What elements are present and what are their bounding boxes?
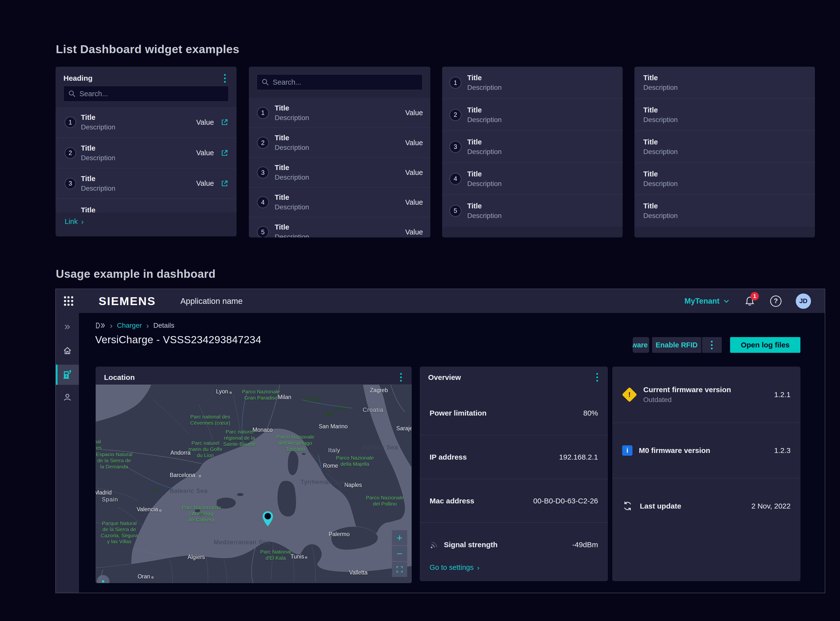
- item-description: Description: [643, 116, 678, 124]
- help-button[interactable]: ?: [770, 295, 781, 307]
- app-switcher-icon[interactable]: [63, 296, 74, 307]
- search-input[interactable]: [257, 74, 423, 90]
- avatar[interactable]: JD: [796, 294, 811, 309]
- row-label: Last update: [640, 502, 681, 510]
- update-firmware-button-clipped[interactable]: ware: [633, 337, 649, 353]
- chevron-right-icon: ›: [81, 218, 84, 226]
- breadcrumb-item-charger[interactable]: Charger: [117, 321, 142, 329]
- map-label-park: Parque Natural de la Sierra de Cazorla, …: [101, 520, 138, 545]
- list-item[interactable]: 4 TitleDescription: [442, 163, 622, 195]
- section-title-widgets: List Dashboard widget examples: [56, 42, 239, 56]
- home-icon: [62, 345, 73, 356]
- map[interactable]: LyonMilanZagrebCroatiaSan MarinoSarajevo…: [96, 385, 412, 583]
- sidebar-item-user[interactable]: [56, 387, 79, 407]
- item-description: Description: [467, 148, 502, 156]
- fullscreen-button[interactable]: [392, 562, 407, 577]
- list-item[interactable]: TitleDescription: [635, 67, 815, 98]
- map-label-city: Rome: [323, 462, 338, 469]
- map-label-city: Valletta: [349, 570, 367, 576]
- tenant-selector[interactable]: MyTenant: [684, 297, 729, 306]
- breadcrumb-separator: ›: [110, 321, 113, 329]
- refresh-icon: [622, 500, 633, 512]
- item-title: Title: [643, 74, 678, 82]
- item-title: Title: [467, 138, 502, 146]
- item-description: Description: [81, 185, 115, 192]
- notifications-button[interactable]: 1: [743, 295, 756, 307]
- kebab-menu-icon[interactable]: [592, 372, 602, 383]
- item-title: Title: [275, 134, 309, 142]
- external-link-icon[interactable]: [220, 148, 229, 158]
- map-label-sea: Balearic Sea: [170, 488, 208, 494]
- toolbar-kebab-icon[interactable]: [702, 337, 722, 353]
- list-item[interactable]: 3 TitleDescription Value: [249, 158, 430, 187]
- zoom-out-button[interactable]: −: [392, 546, 407, 561]
- dashboard-example: SIEMENS Application name MyTenant 1 ? JD: [55, 289, 825, 593]
- map-label-park: Parco Nazionale dell'Arcipelago Toscano: [276, 434, 314, 452]
- kebab-menu-icon[interactable]: [220, 73, 230, 84]
- search-input[interactable]: [63, 86, 229, 101]
- open-log-files-button[interactable]: Open log files: [730, 337, 801, 353]
- row-value: 2 Nov, 2022: [751, 502, 790, 510]
- open-log-files-label: Open log files: [741, 341, 790, 349]
- status-row-last-update: Last update 2 Nov, 2022: [612, 478, 801, 534]
- item-description: Description: [275, 203, 309, 211]
- location-card-title: Location: [104, 373, 135, 382]
- zoom-in-button[interactable]: +: [392, 530, 407, 545]
- list-item[interactable]: TitleDescription: [635, 98, 815, 131]
- enable-rfid-button[interactable]: Enable RFID: [652, 337, 701, 353]
- list-item[interactable]: 1 TitleDescription: [442, 67, 622, 98]
- widget-link[interactable]: Link: [65, 218, 78, 226]
- list-item[interactable]: TitleDescription: [635, 131, 815, 163]
- list-item[interactable]: 2 TitleDescription Value: [56, 138, 237, 168]
- list-item[interactable]: 1 TitleDescription Value: [249, 98, 430, 128]
- item-title: Title: [81, 144, 115, 152]
- sidebar: [56, 313, 79, 593]
- breadcrumb-root-icon[interactable]: [96, 322, 106, 329]
- go-to-settings-label[interactable]: Go to settings: [430, 563, 474, 571]
- item-description: Description: [467, 84, 502, 91]
- item-description: Description: [275, 233, 309, 238]
- sidebar-item-charger[interactable]: [56, 365, 79, 385]
- warning-glyph: !: [628, 391, 630, 398]
- map-label-sea: Tyrrhenian Sea: [301, 479, 346, 485]
- map-label-city: Madrid: [96, 489, 112, 496]
- item-number-badge: 4: [257, 196, 269, 208]
- list-item[interactable]: 1 TitleDescription Value: [56, 107, 237, 138]
- kebab-menu-icon[interactable]: [396, 372, 406, 383]
- map-label-city: Zagreb: [370, 387, 388, 394]
- list-item[interactable]: 5 TitleDescription: [442, 195, 622, 227]
- signal-strength-icon: [430, 540, 439, 550]
- row-value: -49dBm: [572, 541, 598, 549]
- map-label-sea: Mediterranean Sea: [214, 539, 270, 546]
- list-item[interactable]: 3 TitleDescription: [442, 131, 622, 163]
- list-item-clipped[interactable]: Title: [56, 198, 237, 212]
- overview-row: IP address 192.168.2.1: [420, 435, 608, 479]
- item-number-badge: 1: [257, 107, 269, 119]
- external-link-icon[interactable]: [220, 179, 229, 188]
- list-item[interactable]: 2 TitleDescription: [442, 98, 622, 131]
- list-item[interactable]: 3 TitleDescription Value: [56, 168, 237, 198]
- breadcrumb-item-details: Details: [153, 321, 174, 329]
- list-item-clipped[interactable]: 5 TitleDescription Value: [249, 217, 430, 238]
- item-description: Description: [643, 180, 678, 188]
- item-title: Title: [643, 170, 678, 178]
- list-item[interactable]: 2 TitleDescription Value: [249, 128, 430, 158]
- widget-card-search-values: 1 TitleDescription Value 2 TitleDescript…: [249, 67, 430, 238]
- list-item[interactable]: 4 TitleDescription Value: [249, 187, 430, 217]
- external-link-icon[interactable]: [220, 118, 229, 127]
- go-to-settings[interactable]: Go to settings ›: [430, 563, 479, 571]
- search-input-field[interactable]: [79, 90, 228, 98]
- item-value: Value: [196, 118, 214, 126]
- list-item[interactable]: TitleDescription: [635, 163, 815, 195]
- sidebar-expand-button[interactable]: [56, 317, 79, 337]
- item-description: Description: [643, 148, 678, 156]
- item-value: Value: [405, 109, 423, 117]
- widget-card-numbered: 1 TitleDescription 2 TitleDescription 3 …: [442, 67, 622, 238]
- list-item[interactable]: TitleDescription: [635, 195, 815, 227]
- map-label-park: Parco Nazionale del Pollino: [366, 495, 404, 507]
- search-input-field[interactable]: [273, 78, 422, 86]
- item-description: Description: [467, 212, 502, 220]
- sidebar-item-home[interactable]: [56, 341, 79, 361]
- item-value: Value: [405, 228, 423, 236]
- map-city-dot: [230, 392, 232, 394]
